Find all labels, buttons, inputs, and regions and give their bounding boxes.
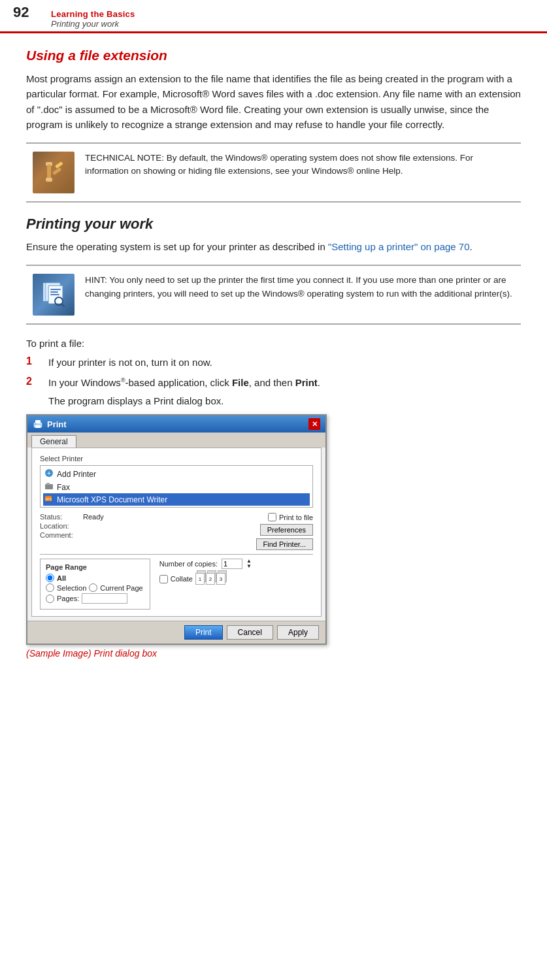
svg-rect-15: [35, 425, 41, 428]
selection-radio[interactable]: [46, 583, 54, 592]
apply-button[interactable]: Apply: [277, 625, 319, 640]
collate-row: Collate 1 1 2 2: [159, 573, 252, 585]
status-label: Status:: [40, 513, 79, 521]
hint-box: HINT: You only need to set up the printe…: [26, 265, 521, 325]
fax-icon: [44, 482, 54, 492]
step-1-text: If your printer is not on, turn it on no…: [48, 355, 212, 370]
step-2-sub: The program displays a Print dialog box.: [48, 395, 521, 406]
section1-title: Using a file extension: [26, 48, 521, 63]
selection-label: Selection: [57, 584, 86, 592]
section2-title: Printing your work: [26, 216, 521, 233]
step-1-row: 1 If your printer is not on, turn it on …: [26, 355, 521, 370]
svg-text:XPS: XPS: [45, 497, 52, 501]
svg-rect-20: [46, 483, 50, 485]
copies-spinner[interactable]: ▲ ▼: [246, 559, 252, 569]
svg-rect-9: [50, 291, 58, 293]
copies-row: Number of copies: ▲ ▼: [159, 559, 252, 569]
comment-label: Comment:: [40, 531, 79, 539]
step2-bold1: File: [232, 377, 249, 388]
select-printer-label: Select Printer: [40, 455, 313, 463]
step-2-num: 2: [26, 376, 44, 387]
hint-icon: [33, 274, 75, 316]
dialog-divider: [40, 554, 313, 555]
dialog-titlebar: Print ✕: [27, 416, 325, 433]
cancel-button[interactable]: Cancel: [227, 625, 273, 640]
setting-up-printer-link[interactable]: "Setting up a printer" on page 70: [328, 241, 470, 252]
all-radio-row: All: [46, 574, 143, 582]
dialog-caption: (Sample Image) Print dialog box: [26, 648, 157, 659]
step2-mid: , and then: [249, 377, 295, 388]
printer-list: + Add Printer Fax XPS Micr: [40, 465, 313, 508]
copies-input[interactable]: [222, 559, 242, 569]
print-to-file-checkbox[interactable]: [268, 513, 276, 521]
current-page-radio[interactable]: [89, 583, 97, 592]
status-value: Ready: [83, 513, 104, 521]
svg-rect-10: [50, 294, 59, 295]
all-label: All: [57, 574, 66, 582]
add-printer-icon: +: [44, 468, 54, 480]
status-col: Status: Ready Location: Comment:: [40, 513, 250, 540]
section2-intro-text: Ensure the operating system is set up fo…: [26, 241, 325, 252]
hint-text: HINT: You only need to set up the printe…: [85, 274, 514, 301]
section2-intro: Ensure the operating system is set up fo…: [26, 239, 521, 254]
print-to-file-label: Print to file: [279, 514, 313, 521]
svg-rect-14: [35, 420, 41, 423]
svg-rect-4: [52, 167, 61, 175]
step-2-text: In your Windows®-based application, clic…: [48, 376, 320, 391]
printer-add[interactable]: + Add Printer: [43, 467, 310, 481]
step2-super: ®: [121, 377, 125, 384]
step-2-row: 2 In your Windows®-based application, cl…: [26, 376, 521, 391]
main-content: Using a file extension Most programs ass…: [0, 33, 547, 676]
svg-text:+: +: [47, 469, 51, 477]
section2-intro-end: .: [470, 241, 472, 252]
pages-radio-row: Pages:: [46, 593, 143, 604]
dialog-title: Print: [47, 419, 67, 429]
pages-input[interactable]: [82, 593, 127, 604]
print-button[interactable]: Print: [184, 625, 223, 640]
step2-end: .: [318, 377, 320, 388]
header-chapter: Learning the Basics: [51, 9, 135, 19]
copies-label: Number of copies:: [159, 560, 218, 568]
xps-label: Microsoft XPS Document Writer: [57, 495, 167, 504]
dialog-printer-icon: [33, 419, 43, 429]
section1-body: Most programs assign an extension to the…: [26, 71, 521, 132]
preferences-button[interactable]: Preferences: [260, 524, 313, 536]
print-to-file-row: Print to file: [268, 513, 313, 521]
dialog-body: Select Printer + Add Printer Fax: [31, 448, 322, 617]
dialog-footer: Print Cancel Apply: [27, 621, 325, 644]
header-text: Learning the Basics Printing your work: [51, 9, 135, 29]
xps-icon: XPS: [44, 495, 54, 504]
technical-note-text: TECHNICAL NOTE: By default, the Windows®…: [85, 152, 514, 178]
dialog-tabs: General: [27, 433, 325, 448]
dialog-lower: Page Range All Selection Current Page: [40, 559, 313, 610]
status-detail: Status: Ready: [40, 513, 250, 521]
add-printer-label: Add Printer: [57, 470, 96, 479]
header-section: Printing your work: [51, 19, 135, 29]
page-header: 92 Learning the Basics Printing your wor…: [0, 0, 547, 33]
current-page-label: Current Page: [100, 584, 142, 592]
collate-icon: 1 1 2 2 3 3: [195, 573, 225, 585]
steps-intro: To print a file:: [26, 338, 521, 349]
wrench-icon: [33, 152, 75, 193]
collate-checkbox[interactable]: [159, 575, 168, 583]
dialog-right-area: Print to file Preferences Find Printer..…: [256, 513, 313, 550]
svg-rect-8: [50, 289, 61, 290]
selection-radio-row: Selection Current Page: [46, 583, 143, 592]
pages-radio[interactable]: [46, 595, 54, 603]
fax-label: Fax: [57, 483, 70, 492]
all-radio[interactable]: [46, 574, 54, 582]
location-label: Location:: [40, 522, 79, 530]
printer-xps[interactable]: XPS Microsoft XPS Document Writer: [43, 493, 310, 506]
dialog-close-button[interactable]: ✕: [308, 418, 320, 430]
find-printer-button[interactable]: Find Printer...: [256, 538, 313, 550]
printer-fax[interactable]: Fax: [43, 481, 310, 493]
dialog-tab-general[interactable]: General: [31, 435, 76, 448]
svg-rect-3: [55, 161, 63, 169]
technical-note-box: TECHNICAL NOTE: By default, the Windows®…: [26, 142, 521, 203]
step2-bold2: Print: [295, 377, 318, 388]
step2-before: In your Windows: [48, 377, 121, 388]
location-detail: Location:: [40, 522, 250, 530]
copies-box: Number of copies: ▲ ▼ Collate: [159, 559, 252, 585]
svg-rect-16: [35, 423, 36, 425]
step-1-num: 1: [26, 355, 44, 367]
